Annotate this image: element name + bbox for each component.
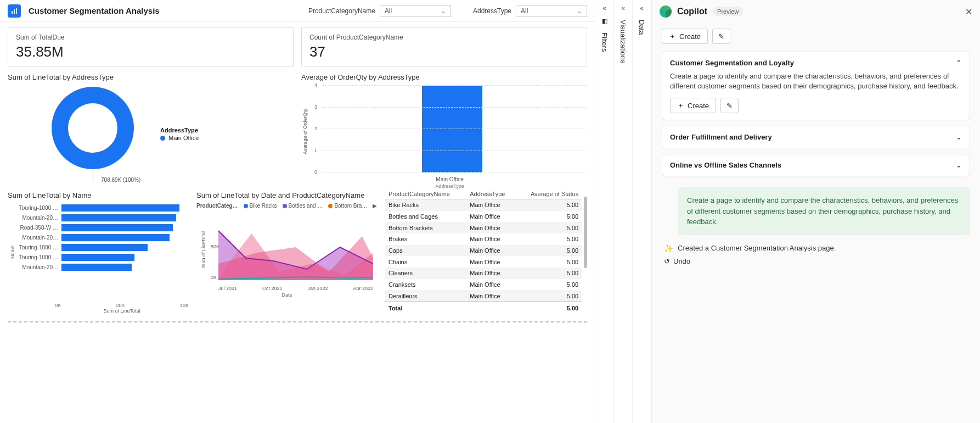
chevron-down-icon: ⌄ [577, 7, 582, 15]
data-pane-label: Data [638, 18, 646, 35]
pencil-icon: ✎ [726, 102, 733, 110]
table-row[interactable]: DerailleursMain Office5.00 [385, 290, 582, 302]
plus-icon: ＋ [669, 31, 676, 41]
card-category-count[interactable]: Count of ProductCategoryName 37 [301, 27, 587, 66]
filters-pane-collapsed[interactable]: « ◧ Filters [595, 0, 614, 423]
filter2-dropdown[interactable]: All ⌄ [516, 5, 587, 17]
card-total-due[interactable]: Sum of TotalDue 35.85M [8, 27, 294, 66]
gridline: 3 [322, 107, 587, 108]
create-button-label: Create [688, 102, 709, 110]
gridline: 1 [322, 151, 587, 151]
donut-callout-line [93, 169, 93, 181]
hbar-category-label: Mountain-20… [18, 264, 61, 270]
table-header[interactable]: AddressType [466, 189, 516, 199]
area-plot [218, 220, 373, 280]
hbar-ylabel: Name [10, 246, 15, 259]
card2-label: Count of ProductCategoryName [309, 34, 579, 41]
svg-marker-5 [218, 236, 373, 280]
table-row[interactable]: BrakesMain Office5.00 [385, 233, 582, 245]
chevron-left-icon[interactable]: « [621, 4, 625, 12]
donut-ring [52, 87, 134, 169]
table-cell: Chains [385, 256, 466, 268]
hbar-xlabel: Sum of LineTotal [55, 308, 189, 314]
edit-button[interactable]: ✎ [720, 98, 739, 113]
svg-rect-1 [14, 9, 15, 14]
hbar-xtick: 0K [55, 303, 61, 308]
table-cell: 5.00 [516, 211, 582, 222]
visualizations-pane-collapsed[interactable]: « Visualizations [614, 0, 633, 423]
gridline: 0 [322, 172, 587, 172]
chevron-down-icon[interactable]: ⌄ [956, 161, 962, 169]
suggestion-card-2[interactable]: Order Fulfillment and Delivery ⌄ [662, 126, 970, 148]
table-cell: Main Office [466, 199, 516, 211]
chevron-down-icon: ⌄ [441, 7, 446, 15]
area-chart-visual[interactable]: Sum of LineTotal by Date and ProductCate… [196, 189, 378, 314]
filter1-dropdown[interactable]: All ⌄ [380, 5, 451, 17]
chevron-up-icon[interactable]: ⌃ [956, 59, 962, 67]
area-legend-0: Bike Racks [250, 203, 277, 209]
table-cell: Main Office [466, 279, 516, 291]
table-cell: 5.00 [516, 302, 582, 314]
chevron-down-icon[interactable]: ⌄ [956, 133, 962, 141]
chevron-left-icon[interactable]: « [602, 4, 606, 12]
hbar-visual[interactable]: Sum of LineTotal by Name Name Touring-10… [8, 189, 189, 314]
colchart-ylabel: Average of OrderQty [302, 109, 308, 154]
hbar-bar [61, 254, 134, 261]
card1-value: 35.85M [16, 43, 285, 60]
area-xtick: Jan 2022 [307, 286, 328, 291]
table-row[interactable]: ChainsMain Office5.00 [385, 256, 582, 268]
table-row[interactable]: CapsMain Office5.00 [385, 245, 582, 257]
donut-title: Sum of LineTotal by AddressType [8, 73, 294, 81]
table-visual[interactable]: ProductCategoryNameAddressTypeAverage of… [385, 189, 587, 314]
hbar-xtick: 20K [116, 303, 125, 308]
create-button[interactable]: ＋ Create [670, 98, 716, 113]
area-ylabel: Sum of LineTotal [201, 231, 206, 268]
column-chart-visual[interactable]: Average of OrderQty by AddressType Avera… [301, 71, 587, 183]
hbar-bar [61, 234, 170, 241]
hbar-row: Touring-1000 … [18, 252, 189, 262]
table-cell: 5.00 [516, 256, 582, 268]
undo-label: Undo [673, 257, 690, 265]
card1-label: Sum of TotalDue [16, 34, 285, 41]
filter1-label: ProductCategoryName [308, 7, 375, 15]
table-header[interactable]: Average of Status [516, 189, 582, 199]
donut-visual[interactable]: Sum of LineTotal by AddressType 708.69K … [8, 71, 294, 183]
undo-button[interactable]: ↺ Undo [664, 257, 970, 265]
table-row[interactable]: Bottles and CagesMain Office5.00 [385, 211, 582, 222]
table-row[interactable]: CleanersMain Office5.00 [385, 268, 582, 279]
table-scrollbar[interactable] [584, 197, 587, 268]
card2-value: 37 [309, 43, 579, 60]
svg-rect-0 [12, 11, 13, 14]
area-xtick: Jul 2021 [218, 286, 237, 291]
page-title: Customer Segmentation Analysis [29, 6, 160, 15]
hbar-row: Touring-1000 … [18, 242, 189, 252]
suggestion-card-1[interactable]: Customer Segmentation and Loyalty ⌃ Crea… [662, 52, 970, 120]
hbar-category-label: Mountain-20… [18, 235, 61, 241]
hbar-bar [61, 244, 148, 251]
chevron-left-icon[interactable]: « [640, 4, 644, 12]
hbar-bar [61, 264, 132, 271]
suggestion-card-3[interactable]: Online vs Offline Sales Channels ⌄ [662, 154, 970, 176]
plus-icon: ＋ [677, 101, 684, 110]
close-icon[interactable]: ✕ [965, 7, 972, 17]
create-button[interactable]: ＋ Create [662, 29, 708, 44]
area-legend-2: Bottom Bra… [334, 203, 367, 209]
table-header[interactable]: ProductCategoryName [385, 189, 466, 199]
table-total-row: Total5.00 [385, 302, 582, 314]
hbar-title: Sum of LineTotal by Name [8, 191, 189, 199]
page-divider [8, 321, 587, 322]
table-cell: Main Office [466, 256, 516, 268]
visualizations-pane-label: Visualizations [619, 18, 627, 63]
table-row[interactable]: Bottom BracketsMain Office5.00 [385, 222, 582, 233]
legend-dot-icon [160, 136, 165, 141]
table-row[interactable]: CranksetsMain Office5.00 [385, 279, 582, 291]
data-pane-collapsed[interactable]: « Data [633, 0, 651, 423]
copilot-title: Copilot [677, 7, 707, 16]
table-row[interactable]: Bike RacksMain Office5.00 [385, 199, 582, 211]
table-cell: Main Office [466, 268, 516, 279]
hbar-row: Mountain-20… [18, 232, 189, 242]
table-cell: 5.00 [516, 279, 582, 291]
legend-more-icon[interactable]: ▶ [373, 203, 377, 209]
edit-button[interactable]: ✎ [712, 29, 730, 44]
table-cell: Main Office [466, 222, 516, 233]
